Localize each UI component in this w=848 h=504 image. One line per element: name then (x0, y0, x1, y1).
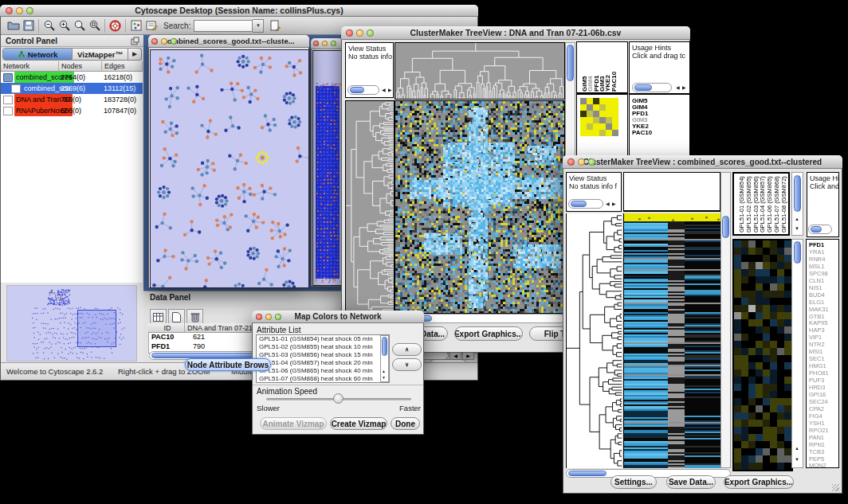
minimize-button[interactable] (16, 7, 23, 14)
attr-row-val-1[interactable]: 790 (193, 342, 241, 351)
column-label[interactable]: GPL51-03 (GSM856) (752, 176, 760, 232)
gene-label[interactable]: PAC10 (632, 129, 652, 136)
gene-label[interactable]: SPC98 (809, 270, 828, 277)
tv2-vscrollbar[interactable] (720, 172, 731, 468)
main-titlebar[interactable]: Cytoscape Desktop (Session Name: collins… (0, 5, 478, 17)
gene-label[interactable]: GIM3 (632, 116, 648, 123)
move-down-button[interactable]: ∨ (392, 358, 422, 371)
network-snapshot-icon[interactable] (128, 18, 143, 33)
tv1-heatmap[interactable] (395, 100, 565, 314)
zoom-fit-icon[interactable] (87, 18, 102, 33)
column-label[interactable]: GIM4 (587, 76, 594, 92)
gene-label[interactable]: MAK31 (809, 306, 829, 313)
gene-label[interactable]: TCB3 (809, 448, 824, 455)
scroll-right-icon[interactable]: ▶ (682, 85, 686, 90)
column-label[interactable]: PAC10 (610, 72, 618, 92)
tab-more[interactable]: ▶ (128, 48, 142, 61)
tv1-row-dendrogram[interactable] (345, 100, 395, 314)
attribute-list-item[interactable]: GPL51-04 (GSM857) heat shock 20 min (257, 359, 389, 367)
gene-label[interactable]: HRD3 (809, 384, 825, 391)
attribute-list-item[interactable]: GPL51-03 (GSM856) heat shock 15 min (257, 351, 389, 359)
table-mode-icon[interactable] (150, 309, 167, 325)
scroll-up-icon[interactable]: ▲ (795, 217, 799, 221)
zoom-button[interactable] (171, 38, 177, 45)
tab-vizmapper[interactable]: VizMapper™ (73, 48, 128, 61)
float-panel-icon[interactable] (131, 37, 139, 45)
tv1-usage-scrollbar[interactable] (632, 83, 672, 92)
new-attribute-icon[interactable] (168, 309, 185, 325)
gene-label[interactable]: CLN1 (809, 277, 824, 284)
minimize-button[interactable] (161, 38, 167, 45)
scroll-left-icon[interactable]: ◀ (676, 85, 680, 90)
network-overview[interactable] (6, 285, 137, 361)
gene-label[interactable]: PUF3 (809, 377, 824, 384)
edit-doc-icon[interactable] (268, 18, 283, 33)
column-label[interactable]: YKE2 (604, 75, 611, 92)
zoom-out-icon[interactable] (41, 18, 57, 33)
tab-edge-attribute-browser[interactable]: r (429, 359, 467, 370)
network-table-row[interactable]: DNA and Tran 07769(0)183728(0) (1, 94, 143, 105)
gene-label[interactable]: RNR4 (809, 256, 825, 263)
gene-label[interactable]: PEP5 (809, 455, 824, 463)
scroll-right-icon[interactable]: ▶ (388, 88, 392, 92)
help-lifering-icon[interactable] (108, 18, 123, 33)
attribute-list-item[interactable]: GPL51-07 (GSM868) heat shock 60 min (257, 375, 389, 383)
gene-label[interactable]: NTR2 (809, 341, 825, 348)
save-icon[interactable] (21, 18, 36, 33)
gene-label[interactable]: ELG1 (809, 299, 824, 306)
tv2-heatmap[interactable] (623, 213, 720, 468)
network-canvas-dense[interactable] (312, 50, 343, 286)
scroll-down-icon[interactable]: ▼ (795, 226, 799, 231)
scroll-left-icon[interactable]: ◀ (450, 351, 461, 360)
gene-label[interactable]: YKE2 (632, 123, 649, 130)
scroll-down-icon[interactable]: ▼ (795, 457, 799, 462)
tv2-usage-scrollbar[interactable] (808, 225, 832, 234)
zoom-selected-icon[interactable] (72, 18, 87, 33)
gene-label[interactable]: FIG4 (809, 412, 822, 420)
column-label[interactable]: GIM5 (581, 76, 588, 92)
gene-label[interactable]: VIP1 (809, 334, 822, 341)
gene-label[interactable]: CPA2 (809, 405, 824, 412)
zoom-button[interactable] (367, 29, 374, 37)
zoom-button[interactable] (331, 41, 336, 46)
tv2-status-scrollbar[interactable] (568, 199, 603, 209)
col-header-network[interactable]: Network (1, 61, 59, 72)
attr-col-name[interactable]: DNA and Tran 07-21-06b (185, 323, 477, 333)
column-label[interactable]: GIM3 (599, 76, 606, 92)
tv1-column-dendrogram[interactable] (395, 42, 565, 100)
tv1-status-scrollbar[interactable] (347, 85, 379, 95)
delete-attribute-trash-icon[interactable] (186, 309, 203, 325)
attr-row-val-0[interactable]: 621 (193, 333, 241, 342)
gene-label[interactable]: GIM5 (632, 97, 648, 104)
col-header-edges[interactable]: Edges (102, 61, 143, 72)
close-button[interactable] (313, 41, 319, 46)
animate-vizmap-button[interactable]: Animate Vizmap (260, 417, 327, 430)
gene-label[interactable]: SEC1 (809, 355, 825, 362)
minimize-button[interactable] (265, 314, 272, 320)
attr-row-id-1[interactable]: PFD1 (151, 342, 186, 351)
tv1-hscrollbar[interactable] (345, 314, 565, 323)
tv2-settings-button[interactable]: Settings... (610, 475, 657, 489)
attribute-list-item[interactable]: GPL51-01 (GSM854) heat shock 05 min (257, 335, 389, 343)
close-button[interactable] (151, 38, 158, 45)
gene-label[interactable]: HAP3 (809, 326, 825, 334)
close-button[interactable] (6, 7, 13, 14)
gene-label[interactable]: GIM4 (632, 104, 648, 111)
speed-slider-thumb[interactable] (333, 393, 344, 404)
gene-label[interactable]: BUD4 (809, 291, 825, 299)
tv2-export-graphics-button[interactable]: Export Graphics... (724, 475, 794, 489)
minimize-button[interactable] (578, 158, 585, 166)
tv1-export-graphics-button[interactable]: Export Graphics... (454, 326, 523, 341)
gene-label[interactable]: MON2 (809, 462, 826, 468)
tv1-summary-matrix[interactable] (580, 98, 618, 136)
scroll-left-icon[interactable]: ◀ (606, 201, 610, 206)
data-panel-hscrollbar[interactable] (149, 351, 449, 360)
tv2-save-data-button[interactable]: Save Data... (666, 475, 716, 489)
scroll-right-icon[interactable]: ▶ (612, 201, 616, 206)
attribute-list-item[interactable]: GPL51-06 (GSM865) heat shock 40 min (257, 367, 389, 375)
attribute-list-scrollbar[interactable] (380, 335, 389, 382)
attribute-list[interactable]: GPL51-01 (GSM854) heat shock 05 minGPL51… (256, 334, 390, 383)
column-label[interactable]: PFD1 (593, 76, 600, 92)
network-table-row[interactable]: combined_scores2764(0)16218(0) (1, 72, 143, 83)
resize-grip[interactable] (469, 371, 476, 378)
